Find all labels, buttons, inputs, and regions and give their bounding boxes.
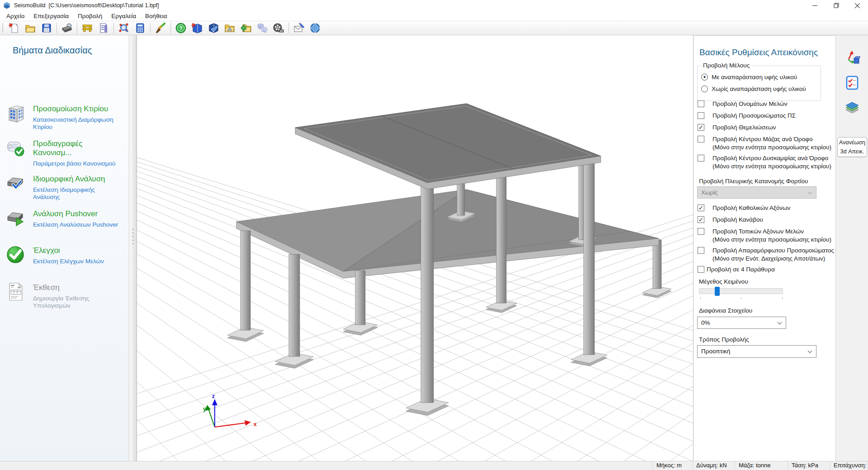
checks-manual-icon xyxy=(208,22,219,34)
slider-tick xyxy=(741,297,741,299)
website-globe-button[interactable] xyxy=(307,22,323,34)
view-mode-dropdown[interactable]: Προοπτική xyxy=(697,345,816,358)
checkbox-icon[interactable] xyxy=(698,155,704,161)
slider-tick xyxy=(782,297,783,299)
restore-button[interactable] xyxy=(826,0,847,11)
transparency-dropdown[interactable]: 0% xyxy=(697,317,786,329)
menu-tools[interactable]: Εργαλεία xyxy=(107,12,141,20)
user-manual-button[interactable] xyxy=(189,22,205,34)
frame-elements-icon xyxy=(81,22,93,34)
checkbox-undeformed-model[interactable]: Προβολή Απαραμόρφωτου Προσομοιώματος(Μόν… xyxy=(698,247,834,263)
radio-icon[interactable]: ● xyxy=(701,74,708,81)
open-project-button[interactable] xyxy=(22,22,38,34)
slider-handle[interactable] xyxy=(715,287,720,296)
column xyxy=(653,240,661,289)
axes-3d-icon xyxy=(844,49,860,66)
report-icon xyxy=(98,22,109,34)
text-size-slider[interactable] xyxy=(699,288,783,294)
step-title: Προδιαγραφές Κανονισμ... xyxy=(33,139,122,157)
checkbox-fe-model[interactable]: Προβολή Προσομοιώματος ΠΣ xyxy=(698,112,796,120)
axis-label-x: x xyxy=(254,421,257,427)
checkbox-icon[interactable] xyxy=(698,247,704,254)
checkbox-center-of-mass[interactable]: Προβολή Κέντρου Μάζας ανά Όροφο(Μόνο στη… xyxy=(698,135,831,152)
checkbox-global-axes[interactable]: ✓ Προβολή Καθολικών Αξόνων xyxy=(698,204,790,212)
forum-bubbles-button[interactable] xyxy=(254,22,270,34)
checkbox-foundations[interactable]: ✓ Προβολή Θεμελιώσεων xyxy=(698,123,776,132)
refresh-3d-view-button[interactable]: Ανανέωση 3d Απεικ. xyxy=(837,137,867,157)
video-tutorials-button[interactable] xyxy=(270,22,287,34)
processor-settings-button[interactable] xyxy=(59,22,75,34)
menu-view[interactable]: Προβολή xyxy=(73,12,107,20)
checkbox-icon[interactable] xyxy=(698,266,704,273)
checkbox-icon[interactable] xyxy=(698,112,704,119)
example-models-folder-button[interactable] xyxy=(222,22,238,34)
member-view-legend: Προβολή Μέλους xyxy=(701,62,751,69)
menu-file[interactable]: Αρχείο xyxy=(2,12,29,20)
open-project-icon xyxy=(24,22,36,34)
3d-scene: y z x xyxy=(137,35,693,461)
sidebar-splitter[interactable] xyxy=(129,35,137,461)
checkbox-icon[interactable] xyxy=(698,228,704,235)
close-button[interactable] xyxy=(847,0,868,11)
step-subtitle: Κατασκευαστική Διαμόρφωση Κτιρίου xyxy=(33,116,122,131)
checkbox-icon[interactable] xyxy=(698,100,704,107)
status-spacer xyxy=(0,461,653,470)
checkbox-icon[interactable] xyxy=(698,136,704,142)
view-3d-structure-button[interactable] xyxy=(116,22,132,34)
checkbox-icon[interactable]: ✓ xyxy=(698,216,704,223)
checkbox-icon[interactable]: ✓ xyxy=(698,124,704,131)
status-bar: Μήκος: m Δύναμη: kN Μάζα: tonne Τάση: kP… xyxy=(0,461,868,470)
radio-without-texture[interactable]: Χωρίς αναπαράσταση υφής υλικού xyxy=(701,85,806,92)
frame-elements-button[interactable] xyxy=(79,22,95,34)
import-export-folder-button[interactable] xyxy=(238,22,254,34)
slider-tick xyxy=(700,297,701,299)
toolbar-separator xyxy=(77,23,77,33)
materials-brush-icon xyxy=(155,22,166,34)
toolbar-grip[interactable] xyxy=(2,23,4,33)
menu-edit[interactable]: Επεξεργασία xyxy=(29,12,73,20)
report-button[interactable] xyxy=(95,22,112,34)
help-button[interactable]: ? xyxy=(173,22,189,34)
calculator-button[interactable] xyxy=(132,22,148,34)
contact-pen-button[interactable] xyxy=(291,22,307,34)
step-subtitle: Δημιουργία Έκθεσης Υπολογισμών xyxy=(33,295,122,309)
svg-text:?: ? xyxy=(179,25,183,32)
materials-brush-button[interactable] xyxy=(152,22,169,34)
checkbox-four-windows[interactable]: Προβολή σε 4 Παράθυρα xyxy=(698,266,775,274)
toolbar: ? xyxy=(0,21,868,35)
checkbox-local-axes[interactable]: Προβολή Τοπικών Αξόνων Μελών(Μόνο στην ε… xyxy=(698,228,831,244)
example-models-folder-icon xyxy=(224,22,236,34)
radio-with-texture[interactable]: ● Με αναπαράσταση υφής υλικού xyxy=(701,74,797,81)
status-mass-unit: Μάζα: tonne xyxy=(735,461,788,470)
status-length-unit: Μήκος: m xyxy=(653,461,693,470)
step-title: Ιδιομορφική Ανάλυση xyxy=(33,175,122,184)
3d-viewport[interactable]: y z x xyxy=(137,35,693,461)
checkbox-grid[interactable]: ✓ Προβολή Κανάβου xyxy=(698,216,763,224)
column xyxy=(355,271,365,325)
view-3d-structure-icon xyxy=(118,22,130,34)
status-stress-unit: Τάση: kPa xyxy=(788,461,830,470)
step-title: Ανάλυση Pushover xyxy=(33,209,122,218)
save-project-button[interactable] xyxy=(38,22,55,34)
menu-help[interactable]: Βοήθεια xyxy=(141,12,171,20)
layers-button[interactable] xyxy=(844,99,861,116)
column xyxy=(496,167,506,303)
new-project-button[interactable] xyxy=(6,22,22,34)
title-bar[interactable]: SeismoBuild [C:\Users\seismosoft\Desktop… xyxy=(0,0,868,11)
video-tutorials-icon xyxy=(273,22,284,34)
checks-list-button[interactable] xyxy=(844,74,861,91)
axes-3d-button[interactable] xyxy=(844,49,861,66)
checkbox-icon[interactable]: ✓ xyxy=(698,204,704,211)
member-view-group: Προβολή Μέλους ● Με αναπαράσταση υφής υλ… xyxy=(697,66,821,101)
checkbox-member-names[interactable]: Προβολή Ονομάτων Μελών xyxy=(698,100,788,108)
radio-icon[interactable] xyxy=(701,85,708,92)
column xyxy=(421,182,434,403)
minimize-button[interactable] xyxy=(804,0,826,11)
checks-manual-button[interactable] xyxy=(205,22,222,34)
lateral-load-dropdown[interactable]: Χωρίς xyxy=(697,186,816,199)
toolbar-separator xyxy=(113,23,114,33)
view-mode-label: Τρόπος Προβολής xyxy=(699,336,749,343)
chevron-down-icon xyxy=(808,349,812,353)
column xyxy=(289,254,300,356)
checkbox-center-of-stiffness[interactable]: Προβολή Κέντρου Δυσκαμψίας ανά Όροφο(Μόν… xyxy=(698,154,831,171)
